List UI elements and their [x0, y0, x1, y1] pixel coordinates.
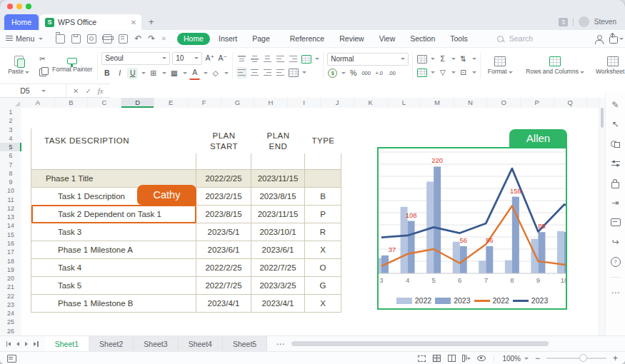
reading-view-button[interactable]	[477, 355, 486, 363]
help-icon[interactable]: ?	[611, 257, 621, 266]
formula-input[interactable]	[110, 84, 625, 98]
confirm-entry-icon[interactable]: ✓	[85, 87, 91, 95]
type-cell[interactable]	[305, 170, 341, 188]
ribbon-tab-view[interactable]: View	[373, 33, 402, 45]
row-header-16[interactable]: 16	[0, 239, 21, 248]
column-header-L[interactable]: L	[388, 98, 421, 108]
redo-icon[interactable]: ↷	[148, 34, 155, 43]
horizontal-scrollbar-thumb[interactable]	[291, 341, 549, 346]
fit-screen-view-button[interactable]	[417, 355, 426, 363]
column-header-A[interactable]: A	[21, 98, 55, 108]
worksheet-button[interactable]: Worksheet	[594, 56, 625, 76]
invite-user-icon[interactable]	[596, 38, 601, 43]
sheet-tab-sheet1[interactable]: Sheet1	[45, 336, 89, 352]
column-header-G[interactable]: G	[221, 98, 255, 108]
save-icon[interactable]	[71, 34, 81, 44]
format-button[interactable]: Format	[484, 56, 516, 76]
ribbon-tab-page-layout[interactable]: Page Layout	[246, 33, 281, 45]
row-header-3[interactable]: 3	[0, 126, 21, 134]
menu-button[interactable]: Menu	[6, 34, 43, 43]
tab-document[interactable]: S WPS Office ✕	[40, 14, 141, 30]
task-description-cell[interactable]: Task 4	[31, 259, 196, 277]
export-document-icon[interactable]	[119, 34, 128, 44]
zoom-in-button[interactable]: +	[613, 353, 618, 363]
column-header-N[interactable]: N	[454, 98, 488, 108]
filter-button[interactable]: ▽	[437, 67, 448, 79]
row-header-8[interactable]: 8	[0, 169, 21, 178]
row-header-1[interactable]: 1	[0, 108, 21, 116]
task-description-cell[interactable]: Task 3	[31, 223, 196, 241]
cancel-entry-icon[interactable]: ✕	[73, 87, 79, 95]
task-table-row[interactable]: Phase 1 Milestone B2023/4/12023/4/1X	[31, 295, 341, 313]
type-cell[interactable]: R	[305, 223, 341, 241]
sheet-tab-sheet5[interactable]: Sheet5	[223, 336, 267, 352]
zoom-out-button[interactable]: −	[535, 353, 540, 363]
zoom-slider-handle[interactable]	[579, 354, 587, 362]
empty-cell[interactable]	[251, 153, 305, 170]
column-header-J[interactable]: J	[321, 98, 354, 108]
borders-button[interactable]: ⊞	[148, 68, 159, 79]
column-header-M[interactable]: M	[421, 98, 454, 108]
task-description-cell[interactable]: Phase 1 Milestone A	[31, 241, 196, 259]
page-setup-icon[interactable]	[7, 355, 16, 363]
zoom-level[interactable]: 100%	[502, 355, 529, 363]
card-panel-icon[interactable]	[611, 218, 621, 227]
eraser-button[interactable]: ◇	[210, 68, 221, 79]
merge-cells-button[interactable]	[301, 54, 311, 65]
column-header-F[interactable]: F	[188, 98, 221, 108]
type-cell[interactable]: G	[305, 277, 341, 295]
plan-end-cell[interactable]: 2023/6/1	[251, 241, 305, 259]
column-header-I[interactable]: I	[288, 98, 321, 108]
ribbon-tab-review[interactable]: Review	[333, 33, 370, 45]
row-header-17[interactable]: 17	[0, 248, 21, 256]
search-input[interactable]	[508, 34, 596, 44]
align-bottom-button[interactable]	[262, 54, 273, 65]
share-curve-icon[interactable]: ↪	[611, 238, 619, 247]
type-cell[interactable]: O	[305, 259, 341, 277]
last-sheet-button[interactable]	[34, 341, 38, 347]
row-header-23[interactable]: 23	[0, 300, 21, 309]
plan-end-cell[interactable]: 2023/10/1	[251, 223, 305, 241]
task-table-row[interactable]: Task 32023/5/12023/10/1R	[31, 223, 341, 241]
previous-sheet-button[interactable]	[16, 342, 19, 346]
sheet-tab-sheet4[interactable]: Sheet4	[179, 336, 223, 352]
first-sheet-button[interactable]	[6, 341, 11, 347]
close-tab-icon[interactable]: ✕	[131, 19, 136, 26]
more-sheets-icon[interactable]: ⋯	[276, 339, 284, 349]
row-header-24[interactable]: 24	[0, 309, 21, 318]
plan-end-cell[interactable]: 2022/7/25	[251, 259, 305, 277]
row-header-26[interactable]: 26	[0, 327, 21, 335]
embedded-chart[interactable]: 345678910371082205656158858 202220232022…	[377, 147, 567, 310]
open-file-icon[interactable]	[56, 34, 65, 44]
plan-end-cell[interactable]: 2023/3/25	[251, 277, 305, 295]
vertical-scrollbar-thumb[interactable]	[601, 108, 604, 128]
ribbon-tab-tools[interactable]: Tools	[444, 33, 474, 45]
ribbon-tab-home[interactable]: Home	[177, 33, 210, 45]
adjustments-icon[interactable]	[611, 159, 620, 168]
plan-start-cell[interactable]: 2022/7/25	[196, 277, 251, 295]
increase-indent-button[interactable]	[288, 54, 299, 65]
align-middle-button[interactable]	[249, 54, 260, 65]
currency-format-button[interactable]: $	[327, 68, 338, 79]
name-box[interactable]: D5	[0, 84, 66, 97]
page-layout-view-button[interactable]	[462, 355, 471, 363]
decrease-indent-button[interactable]	[275, 54, 286, 65]
justify-button[interactable]	[275, 67, 286, 79]
plan-start-cell[interactable]: 2023/6/1	[196, 241, 251, 259]
increase-font-icon[interactable]: A⁺	[204, 53, 215, 64]
traffic-light-zoom[interactable]	[26, 4, 31, 9]
align-left-button[interactable]	[236, 67, 247, 79]
row-header-11[interactable]: 11	[0, 196, 21, 204]
row-header-9[interactable]: 9	[0, 178, 21, 186]
row-header-20[interactable]: 20	[0, 274, 21, 283]
empty-cell[interactable]	[305, 153, 341, 170]
row-header-25[interactable]: 25	[0, 318, 21, 326]
task-table-empty-row[interactable]	[31, 153, 341, 170]
row-header-19[interactable]: 19	[0, 266, 21, 274]
cell-style-select[interactable]: Normal	[327, 53, 409, 66]
plan-start-cell[interactable]: 2022/2/25	[196, 259, 251, 277]
cut-button[interactable]: ✂	[37, 54, 48, 65]
row-header-12[interactable]: 12	[0, 204, 21, 213]
plan-start-cell[interactable]: 2023/5/1	[196, 223, 251, 241]
conditional-format-button[interactable]	[416, 54, 427, 65]
